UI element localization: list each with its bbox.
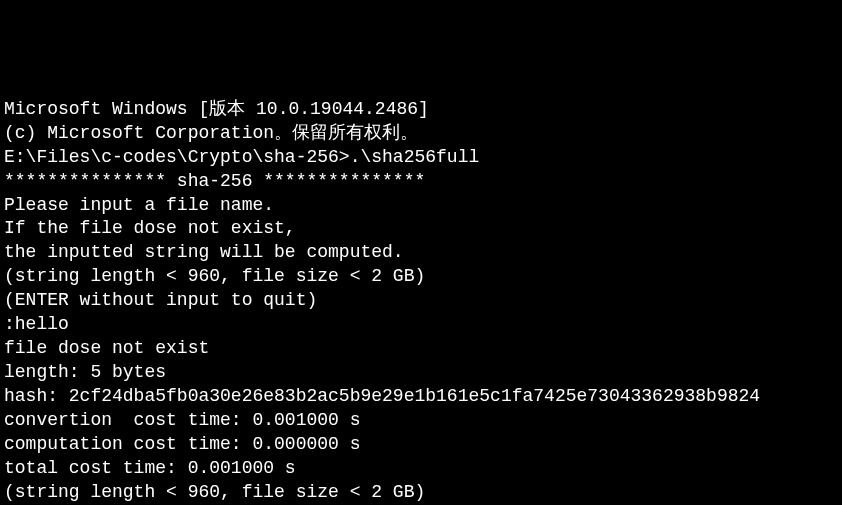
- terminal-line: *************** sha-256 ***************: [4, 170, 838, 194]
- terminal-line: the inputted string will be computed.: [4, 241, 838, 265]
- terminal-line: (string length < 960, file size < 2 GB): [4, 481, 838, 505]
- terminal-line: length: 5 bytes: [4, 361, 838, 385]
- terminal-line: computation cost time: 0.000000 s: [4, 433, 838, 457]
- terminal-line: (string length < 960, file size < 2 GB): [4, 265, 838, 289]
- terminal-line: (ENTER without input to quit): [4, 289, 838, 313]
- terminal-line: total cost time: 0.001000 s: [4, 457, 838, 481]
- terminal-line: convertion cost time: 0.001000 s: [4, 409, 838, 433]
- terminal-line: If the file dose not exist,: [4, 217, 838, 241]
- terminal-line-prompt: E:\Files\c-codes\Crypto\sha-256>.\sha256…: [4, 146, 838, 170]
- terminal-line-input: :hello: [4, 313, 838, 337]
- terminal-line: Please input a file name.: [4, 194, 838, 218]
- terminal-line: (c) Microsoft Corporation。保留所有权利。: [4, 122, 838, 146]
- terminal-line: file dose not exist: [4, 337, 838, 361]
- terminal-output[interactable]: Microsoft Windows [版本 10.0.19044.2486](c…: [4, 98, 838, 505]
- terminal-line: Microsoft Windows [版本 10.0.19044.2486]: [4, 98, 838, 122]
- terminal-line-hash: hash: 2cf24dba5fb0a30e26e83b2ac5b9e29e1b…: [4, 385, 838, 409]
